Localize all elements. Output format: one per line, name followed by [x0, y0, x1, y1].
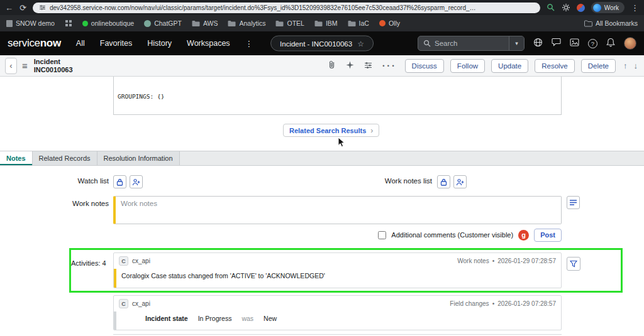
bookmark-label: Analytics	[239, 19, 265, 27]
update-button[interactable]: Update	[491, 59, 528, 73]
activity-type: Work notes	[457, 257, 489, 264]
add-person-icon[interactable]	[130, 175, 143, 188]
bookmark-olly[interactable]: Olly	[379, 19, 400, 27]
personalize-sliders-icon[interactable]	[364, 60, 372, 72]
post-button[interactable]: Post	[534, 229, 562, 242]
folder-icon	[584, 20, 592, 27]
notifications-bell-icon[interactable]	[606, 38, 615, 50]
related-search-label: Related Search Results	[289, 127, 366, 134]
activity-type: Field changes	[450, 300, 489, 307]
work-notes-label: Work notes	[0, 200, 109, 207]
all-bookmarks-button[interactable]: All Bookmarks	[584, 19, 638, 27]
grammarly-icon[interactable]: g	[518, 230, 529, 241]
resolve-button[interactable]: Resolve	[535, 59, 575, 73]
tab-resolution-information[interactable]: Resolution Information	[97, 151, 180, 165]
bookmark-folder-otel[interactable]: OTEL	[275, 19, 304, 27]
apps-grid-icon[interactable]	[65, 19, 72, 27]
all-bookmarks-label: All Bookmarks	[596, 19, 638, 27]
nav-favorites[interactable]: Favorites	[100, 39, 132, 48]
code-line: GROUPINGS: {}	[118, 93, 557, 100]
activity-entry-field-changes[interactable]: C cx_api Field changes • 2026-01-29 07:2…	[113, 295, 562, 330]
delete-button[interactable]: Delete	[581, 59, 616, 73]
search-input[interactable]: Search	[418, 40, 509, 47]
user-avatar[interactable]	[624, 37, 636, 50]
additional-comments-checkbox[interactable]	[378, 231, 386, 239]
bookmark-folder-iac[interactable]: IaC	[348, 19, 369, 27]
refresh-icon[interactable]: ⟳	[19, 4, 26, 12]
activity-meta: Work notes • 2026-01-29 07:28:57	[457, 257, 556, 264]
settings-gear-icon[interactable]	[562, 3, 570, 12]
bookmark-onlineboutique[interactable]: onlineboutique	[82, 19, 134, 27]
nav-history[interactable]: History	[147, 39, 172, 48]
record-number: INC0010063	[34, 66, 73, 74]
back-button[interactable]: ‹	[5, 58, 17, 74]
context-record-pill[interactable]: Incident - INC0010063 ☆	[270, 36, 374, 51]
browser-profile-chip[interactable]: Work	[591, 2, 625, 13]
activity-stream-icon[interactable]	[567, 196, 580, 209]
search-options-caret[interactable]: ▾	[509, 36, 524, 50]
browser-menu-icon[interactable]: ⋮	[631, 4, 639, 12]
lock-icon[interactable]	[437, 175, 450, 188]
tab-related-records[interactable]: Related Records	[33, 151, 97, 165]
globe-icon[interactable]	[533, 38, 543, 50]
comments-row: Additional comments (Customer visible) g…	[378, 228, 562, 242]
additional-comments-label: Additional comments (Customer visible)	[391, 231, 513, 239]
nav-workspaces[interactable]: Workspaces	[187, 39, 230, 48]
discuss-button[interactable]: Discuss	[405, 59, 444, 73]
bookmark-chatgpt[interactable]: ChatGPT	[144, 19, 182, 27]
tab-notes[interactable]: Notes	[0, 151, 33, 165]
nav-more-icon[interactable]: ⋮	[245, 39, 253, 48]
activity-entry-work-notes[interactable]: C cx_api Work notes • 2026-01-29 07:28:5…	[113, 252, 562, 288]
logo-now: now	[40, 37, 61, 49]
global-search[interactable]: Search ▾	[418, 36, 525, 51]
add-person-icon[interactable]	[453, 175, 467, 188]
nav-all[interactable]: All	[76, 39, 85, 48]
bullet-icon: •	[492, 257, 495, 264]
more-options-icon[interactable]: • • •	[382, 63, 394, 69]
work-notes-list-buttons	[437, 175, 467, 188]
attachment-paperclip-icon[interactable]	[328, 60, 336, 72]
field-new-value: In Progress	[198, 315, 232, 322]
bookmark-folder-analytics[interactable]: Analytics	[228, 19, 265, 27]
extension-icon[interactable]	[577, 4, 585, 12]
form-context-menu-icon[interactable]: ≡	[22, 60, 28, 71]
bullet-icon: •	[492, 300, 495, 307]
back-icon[interactable]: ←	[5, 4, 13, 12]
bookmark-folder-aws[interactable]: AWS	[192, 19, 218, 27]
watch-list-buttons	[113, 175, 143, 188]
media-icon[interactable]	[570, 38, 579, 49]
help-icon[interactable]: ?	[588, 39, 597, 48]
work-notes-input[interactable]	[113, 196, 562, 224]
search-placeholder: Search	[435, 40, 457, 47]
activity-timestamp: 2026-01-29 07:28:57	[497, 257, 556, 264]
bookmark-label: ChatGPT	[154, 19, 182, 27]
logo-service: service	[8, 37, 40, 49]
next-record-icon[interactable]: ↓	[634, 61, 638, 70]
site-info-icon[interactable]	[39, 4, 46, 11]
next-activity-card-edge	[113, 334, 562, 335]
green-dot-favicon	[82, 21, 88, 26]
search-icon	[423, 40, 431, 47]
previous-record-icon[interactable]: ↑	[623, 61, 628, 70]
url-bar[interactable]: dev342958.service-now.com/now/nav/ui/cla…	[33, 3, 540, 13]
form-header-icons: • • •	[328, 60, 394, 72]
lock-icon[interactable]	[113, 175, 126, 188]
activity-filter-funnel-icon[interactable]	[567, 257, 580, 271]
description-code-field[interactable]: GROUPINGS: {} LABELS: { "group": "matan"…	[113, 77, 562, 115]
record-title: Incident INC0010063	[34, 58, 73, 73]
header-icons: ?	[533, 37, 636, 50]
author-avatar: C	[119, 299, 128, 308]
chat-icon[interactable]	[552, 38, 561, 49]
favorite-star-icon[interactable]: ☆	[357, 39, 364, 48]
field-was-label: was	[242, 315, 253, 322]
sparkle-wand-icon[interactable]	[346, 60, 354, 72]
zoom-search-icon[interactable]	[547, 3, 555, 12]
bookmark-snow-demo[interactable]: SNOW demo	[6, 19, 55, 27]
folder-icon	[228, 20, 236, 27]
work-notes-list-label: Work notes list	[327, 177, 432, 185]
follow-button[interactable]: Follow	[450, 59, 485, 73]
main-nav: All Favorites History Workspaces ⋮	[76, 39, 253, 48]
related-search-results-button[interactable]: Related Search Results ›	[283, 124, 379, 137]
bookmark-folder-ibm[interactable]: IBM	[314, 19, 338, 27]
servicenow-logo[interactable]: servicenow	[8, 37, 61, 50]
